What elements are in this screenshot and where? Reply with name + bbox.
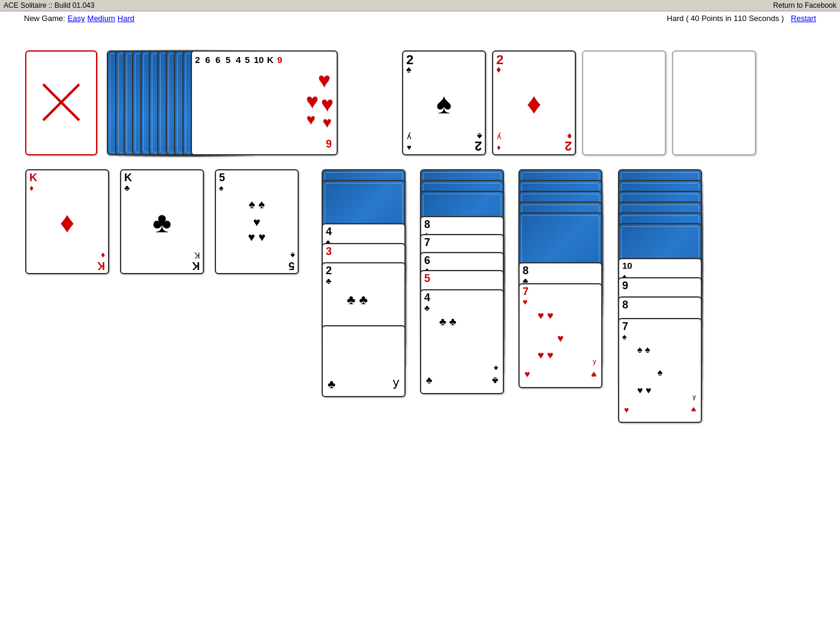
stock-pile[interactable]	[25, 50, 97, 155]
title-bar: ACE Solitaire :: Build 01.043 Return to …	[0, 0, 840, 11]
tableau-col1-card1[interactable]: K ♦ ♦ K ♦	[25, 169, 109, 274]
tableau-col5-4c[interactable]: 4 ♣ ♣ ♣ ♣ ♣ ♣	[420, 289, 504, 394]
tableau-col6-7h[interactable]: 7 ♥ ♥ ♥ ♥ ♥ ♥ ♥ ♥ ʎ	[518, 283, 602, 388]
f2-suit-bottom: ♦	[567, 131, 572, 141]
f1-suit-top: ♠	[406, 65, 412, 74]
tableau-col2-card1[interactable]: K ♣ ♣ K K	[120, 169, 204, 274]
easy-link[interactable]: Easy	[68, 14, 85, 23]
foundation-1[interactable]: 2 ♠ ♠ 2 ♠ ♥ ʎ	[402, 50, 486, 155]
app-title: ACE Solitaire :: Build 01.043	[4, 1, 94, 10]
foundation-4[interactable]	[672, 50, 756, 155]
hard-link[interactable]: Hard	[118, 14, 134, 23]
foundation-2[interactable]: 2 ♦ ♦ 2 ♦ ♦ ʎ	[492, 50, 576, 155]
menu-bar: New Game: Easy Medium Hard Hard ( 40 Poi…	[0, 11, 840, 25]
game-area: 2 6 6 5 4 5 10 K 9 ♥ ♥ ♥ ♥ ♥ 6 2 ♠ ♠ 2 ♠…	[0, 25, 840, 630]
medium-link[interactable]: Medium	[88, 14, 115, 23]
stock-x-icon	[37, 78, 85, 128]
f1-suit-bottom: ♠	[477, 131, 482, 141]
f2-suit-top: ♦	[496, 65, 501, 74]
tableau-col3-card1[interactable]: 5 ♠ ♠ ♠ ♥ ♥ ♥ 5 ♠	[215, 169, 299, 274]
tableau-col7-7s[interactable]: 7 ♠ ♠ ♠ ♠ ♥ ♥ ♥ ♥ ʎ	[618, 318, 702, 423]
tableau-col4-bottom[interactable]: ♣ ʎ	[322, 325, 406, 397]
return-to-facebook-link[interactable]: Return to Facebook	[773, 1, 836, 10]
new-game-label: New Game:	[24, 14, 65, 23]
score-text: Hard ( 40 Points in 110 Seconds )	[667, 14, 784, 23]
restart-link[interactable]: Restart	[791, 14, 816, 23]
foundation-3[interactable]	[582, 50, 666, 155]
waste-top-card[interactable]: 2 6 6 5 4 5 10 K 9 ♥ ♥ ♥ ♥ ♥ 6	[191, 50, 338, 155]
